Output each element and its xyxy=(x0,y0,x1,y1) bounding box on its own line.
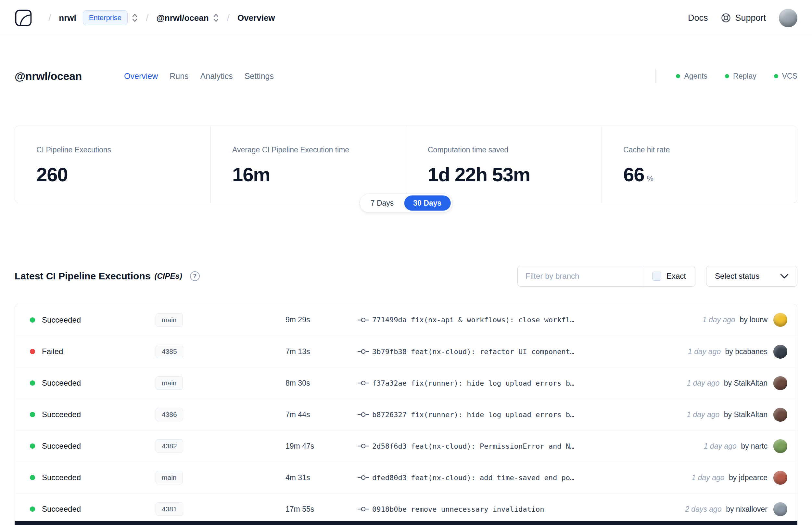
help-icon[interactable]: ? xyxy=(190,271,200,281)
branch-filter-input[interactable] xyxy=(518,266,643,286)
row-meta: 1 day ago by lourw xyxy=(637,315,773,324)
stat-card-average-execution-time: Average CI Pipeline Execution time 16m xyxy=(211,126,406,203)
status-dot xyxy=(30,380,35,386)
status-agents[interactable]: Agents xyxy=(676,72,707,80)
exact-checkbox[interactable] xyxy=(652,272,661,281)
section-subtitle: (CIPEs) xyxy=(154,272,182,281)
commit-cell: 2d58f6d3feat(nx-cloud): PermissionError … xyxy=(357,442,637,450)
row-meta: 1 day ago by StalkAltan xyxy=(637,410,773,419)
author-label: by StalkAltan xyxy=(724,410,767,419)
branch-filter-group: Exact xyxy=(517,266,695,287)
breadcrumb-page: Overview xyxy=(238,13,275,23)
commit-message: 3b79fb38feat(nx-cloud): refactor UI comp… xyxy=(372,348,574,356)
commit-hash: 771499da xyxy=(372,316,407,324)
breadcrumb-separator: / xyxy=(146,12,149,24)
breadcrumb-separator: / xyxy=(227,12,230,24)
stat-label: CI Pipeline Executions xyxy=(36,146,211,154)
nx-cloud-dashboard: / nrwl Enterprise / @nrwl/ocean / Overvi… xyxy=(0,0,812,525)
table-row[interactable]: Failed 4385 7m 13s 3b79fb38feat(nx-cloud… xyxy=(15,335,797,367)
section-title: Latest CI Pipeline Executions xyxy=(15,271,150,282)
status-dot xyxy=(30,412,35,417)
status-vcs[interactable]: VCS xyxy=(774,72,797,80)
breadcrumb-org[interactable]: nrwl xyxy=(59,13,76,23)
stat-card-ci-pipeline-executions: CI Pipeline Executions 260 xyxy=(15,126,211,203)
nx-cloud-logo-icon[interactable] xyxy=(15,9,32,27)
support-link[interactable]: Support xyxy=(721,13,766,23)
workspace-header: @nrwl/ocean Overview Runs Analytics Sett… xyxy=(0,69,812,84)
stat-value: 260 xyxy=(36,163,211,186)
duration-label: 7m 13s xyxy=(286,347,344,356)
workspace-tabs: Overview Runs Analytics Settings xyxy=(124,72,274,81)
branch-badge: 4382 xyxy=(156,439,183,453)
relative-time: 1 day ago xyxy=(688,347,721,356)
range-30-days-button[interactable]: 30 Days xyxy=(404,196,450,211)
status-label: Succeeded xyxy=(42,505,156,514)
commit-hash: 2d58f6d3 xyxy=(372,442,407,450)
table-row[interactable]: Succeeded 4381 17m 55s 0918b0beremove un… xyxy=(15,493,797,525)
duration-label: 4m 31s xyxy=(286,473,344,482)
tab-runs[interactable]: Runs xyxy=(170,72,188,81)
commit-cell: f37a32aefix(runner): hide log upload err… xyxy=(357,379,637,387)
docs-link[interactable]: Docs xyxy=(688,13,708,23)
row-meta: 1 day ago by nartc xyxy=(637,442,773,451)
commit-hash: dfed80d3 xyxy=(372,474,407,482)
org-switcher-chevron-updown-icon[interactable] xyxy=(132,13,138,23)
select-status-dropdown[interactable]: Select status xyxy=(706,266,797,287)
avatar xyxy=(773,408,787,422)
relative-time: 2 days ago xyxy=(685,505,722,513)
status-dot xyxy=(30,475,35,480)
commit-message: 771499dafix(nx-api & workflows): close w… xyxy=(372,316,574,324)
relative-time: 1 day ago xyxy=(692,473,725,482)
avatar xyxy=(773,345,787,359)
stat-value: 66% xyxy=(623,163,797,186)
branch-badge: main xyxy=(156,471,183,484)
status-label: Succeeded xyxy=(42,315,156,325)
branch-badge: main xyxy=(156,376,183,390)
avatar xyxy=(773,471,787,485)
status-replay[interactable]: Replay xyxy=(725,72,756,80)
green-dot-icon xyxy=(676,74,680,78)
table-row[interactable]: Succeeded main 4m 31s dfed80d3feat(nx-cl… xyxy=(15,462,797,493)
page-title: @nrwl/ocean xyxy=(15,70,82,82)
table-row[interactable]: Succeeded main 8m 30s f37a32aefix(runner… xyxy=(15,367,797,399)
author-label: by jdpearce xyxy=(729,473,767,482)
tab-overview[interactable]: Overview xyxy=(124,72,158,81)
stat-value: 16m xyxy=(232,163,406,186)
stat-card-computation-time-saved: Computation time saved 1d 22h 53m xyxy=(406,126,601,203)
git-commit-icon xyxy=(357,348,369,355)
commit-hash: b8726327 xyxy=(372,411,407,419)
tab-settings[interactable]: Settings xyxy=(245,72,274,81)
commit-message: f37a32aefix(runner): hide log upload err… xyxy=(372,379,574,387)
git-commit-icon xyxy=(357,474,369,481)
navbar-right: Docs Support xyxy=(688,9,797,27)
table-row[interactable]: Succeeded 4386 7m 44s b8726327fix(runner… xyxy=(15,399,797,430)
cipe-controls: Exact Select status xyxy=(517,266,797,287)
user-avatar[interactable] xyxy=(779,9,797,27)
row-meta: 1 day ago by jdpearce xyxy=(637,473,773,482)
bottom-dark-bar xyxy=(15,521,797,525)
status-dot xyxy=(30,317,35,322)
stat-label: Average CI Pipeline Execution time xyxy=(232,146,406,154)
life-buoy-icon xyxy=(721,13,731,23)
range-7-days-button[interactable]: 7 Days xyxy=(362,196,403,211)
tab-analytics[interactable]: Analytics xyxy=(200,72,233,81)
avatar xyxy=(773,313,787,327)
commit-hash: 3b79fb38 xyxy=(372,348,407,356)
stat-card-cache-hit-rate: Cache hit rate 66% xyxy=(601,126,797,203)
workspace-switcher-chevron-updown-icon[interactable] xyxy=(213,13,219,23)
branch-badge: main xyxy=(156,313,183,327)
table-row[interactable]: Succeeded 4382 19m 47s 2d58f6d3feat(nx-c… xyxy=(15,430,797,462)
commit-message: 2d58f6d3feat(nx-cloud): PermissionError … xyxy=(372,442,574,450)
commit-hash: f37a32ae xyxy=(372,379,407,387)
commit-cell: b8726327fix(runner): hide log upload err… xyxy=(357,411,637,419)
table-row[interactable]: Succeeded main 9m 29s 771499dafix(nx-api… xyxy=(15,304,797,335)
status-dot xyxy=(30,444,35,449)
commit-cell: dfed80d3feat(nx-cloud): add time-saved e… xyxy=(357,474,637,482)
avatar xyxy=(773,502,787,516)
breadcrumb-workspace[interactable]: @nrwl/ocean xyxy=(156,13,209,23)
status-dot xyxy=(30,349,35,354)
status-label: Succeeded xyxy=(42,473,156,482)
status-label: Succeeded xyxy=(42,378,156,388)
git-commit-icon xyxy=(357,506,369,512)
relative-time: 1 day ago xyxy=(703,315,735,324)
